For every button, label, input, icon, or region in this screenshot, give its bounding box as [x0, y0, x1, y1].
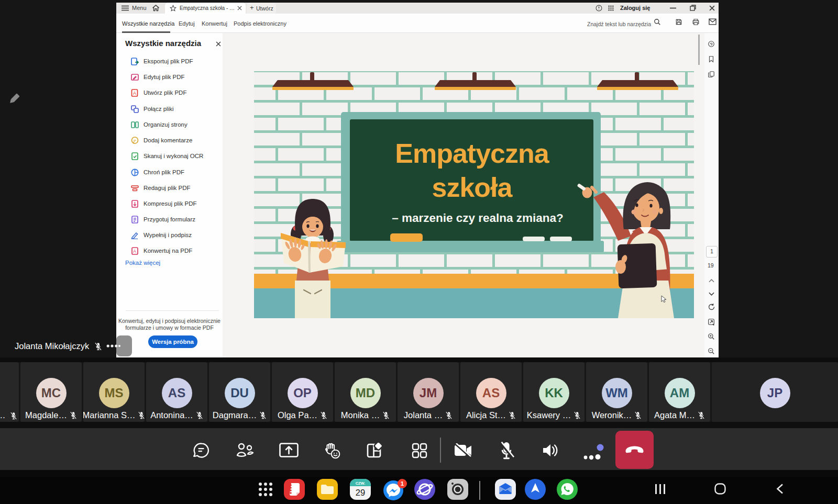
svg-text:szkoła: szkoła — [432, 172, 513, 203]
svg-text:29: 29 — [356, 488, 365, 497]
svg-text:A: A — [133, 91, 136, 96]
svg-text:Empatyczna: Empatyczna — [395, 138, 550, 169]
svg-text:A: A — [133, 249, 136, 254]
svg-text:1: 1 — [401, 480, 404, 487]
svg-text:CZW.: CZW. — [356, 481, 366, 486]
svg-text:– marzenie czy realna zmiana?: – marzenie czy realna zmiana? — [392, 211, 564, 225]
